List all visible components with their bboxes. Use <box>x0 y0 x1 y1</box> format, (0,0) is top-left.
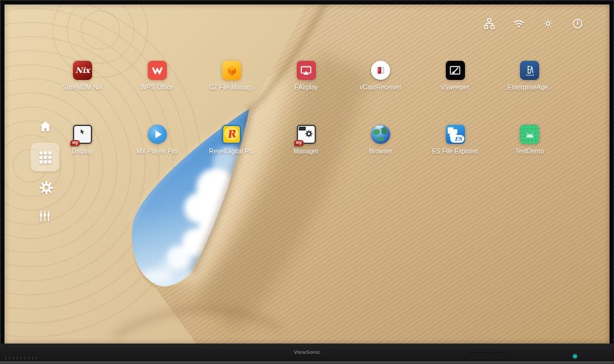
test-demo-icon <box>520 125 539 144</box>
bezel-markings <box>5 357 37 360</box>
browser-globe-icon <box>371 125 390 144</box>
brand-logo: ViewSonic <box>0 349 614 355</box>
sidebar-item-adjust[interactable] <box>38 209 52 223</box>
app-wps-office[interactable]: WPS Office <box>120 61 194 91</box>
app-eairplay[interactable]: EAirplay <box>269 61 343 91</box>
wps-office-icon <box>148 61 167 80</box>
app-testdemo[interactable]: TestDemo <box>492 125 567 155</box>
app-browser[interactable]: Browser <box>343 125 418 155</box>
app-grid: NixSureMDM NixWPS OfficeCZ File Manag..E… <box>45 4 570 177</box>
app-label: Manager <box>294 148 319 155</box>
app-es-file-explorer[interactable]: ESES File Explorer <box>418 125 492 155</box>
mx-player-pro-icon <box>148 125 167 144</box>
app-label: vSweeper <box>441 84 469 91</box>
app-manager[interactable]: myManager <box>269 125 343 155</box>
es-file-explorer-icon: ES <box>446 125 465 144</box>
bottom-bezel-bar: ViewSonic <box>0 344 614 361</box>
app-label: CZ File Manag.. <box>209 84 254 91</box>
power-icon[interactable] <box>571 17 584 30</box>
vcast-receiver-icon <box>371 61 390 80</box>
power-led <box>573 354 577 358</box>
app-label: Display <box>72 148 93 155</box>
suremdm-nix-icon: Nix <box>73 61 92 80</box>
device-base-edge <box>0 361 614 364</box>
app-label: SureMDM Nix <box>63 84 102 91</box>
app-mx-player-pro[interactable]: MX Player Pro <box>120 125 194 155</box>
my-manager-icon: my <box>297 125 316 144</box>
app-display[interactable]: myDisplay <box>45 125 120 155</box>
app-label: vCastReceiver <box>359 84 401 91</box>
display-device-frame: NixSureMDM NixWPS OfficeCZ File Manag..E… <box>0 0 614 364</box>
app-vsweeper[interactable]: vSweeper <box>418 61 492 91</box>
my-display-icon: my <box>73 125 92 144</box>
app-label: TestDemo <box>515 148 544 155</box>
revel-digital-icon: R <box>222 125 241 144</box>
gear-icon <box>39 180 54 195</box>
app-label: EnterpriseAge.. <box>508 84 552 91</box>
app-label: Browser <box>369 148 393 155</box>
sliders-icon <box>38 209 52 223</box>
enterprise-agent-icon <box>520 61 539 80</box>
app-reveldigital-pl[interactable]: RRevelDigital Pl.. <box>194 125 269 155</box>
cz-file-manager-icon <box>222 61 241 80</box>
app-label: ES File Explorer <box>432 148 478 155</box>
eairplay-icon <box>297 61 316 80</box>
screen: NixSureMDM NixWPS OfficeCZ File Manag..E… <box>4 4 610 344</box>
sidebar-item-settings[interactable] <box>39 180 54 195</box>
app-label: MX Player Pro <box>136 148 177 155</box>
app-enterpriseage[interactable]: EnterpriseAge.. <box>492 61 567 91</box>
app-label: WPS Office <box>141 84 174 91</box>
app-label: EAirplay <box>294 84 318 91</box>
app-label: RevelDigital Pl.. <box>209 148 255 155</box>
app-cz-file-manag[interactable]: CZ File Manag.. <box>194 61 269 91</box>
app-vcastreceiver[interactable]: vCastReceiver <box>343 61 418 91</box>
vsweeper-icon <box>446 61 465 80</box>
touch-sensor-pill <box>466 351 507 358</box>
app-suremdm-nix[interactable]: NixSureMDM Nix <box>45 61 120 91</box>
